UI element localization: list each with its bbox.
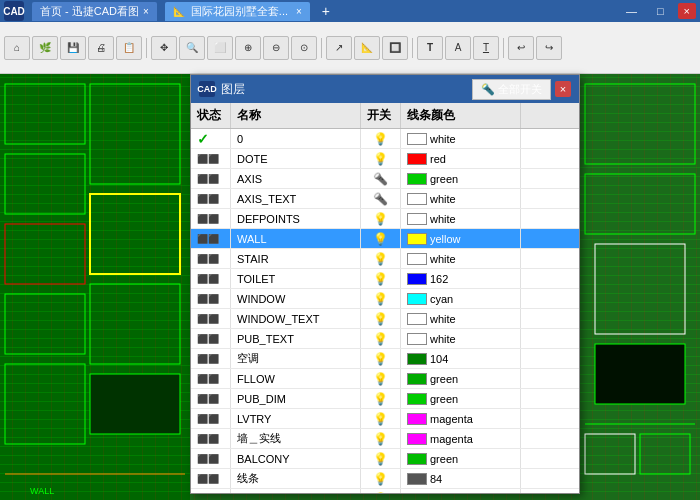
cell-onoff[interactable]: 💡 (361, 469, 401, 488)
new-tab-button[interactable]: + (318, 3, 334, 19)
color-swatch (407, 413, 427, 425)
cell-color[interactable]: green (401, 169, 521, 188)
color-name: magenta (430, 413, 473, 425)
btn-open[interactable]: 🌿 (32, 36, 58, 60)
cell-onoff[interactable]: 💡 (361, 209, 401, 228)
table-row[interactable]: ⬛⬛DOTE💡red (191, 149, 579, 169)
tab-drawing-close[interactable]: × (296, 6, 302, 17)
cell-onoff[interactable]: 🔦 (361, 189, 401, 208)
table-row[interactable]: ⬛⬛BALCONY💡green (191, 449, 579, 469)
cell-onoff[interactable]: 💡 (361, 369, 401, 388)
btn-select[interactable]: 🔲 (382, 36, 408, 60)
cell-color[interactable]: white (401, 129, 521, 148)
btn-zoom-in[interactable]: ⊕ (235, 36, 261, 60)
cell-color[interactable]: cyan (401, 289, 521, 308)
table-row[interactable]: ⬛⬛空调💡104 (191, 349, 579, 369)
cell-onoff[interactable]: 💡 (361, 489, 401, 493)
status-icon: ⬛⬛ (197, 174, 219, 184)
btn-save[interactable]: 💾 (60, 36, 86, 60)
color-swatch (407, 333, 427, 345)
cell-color[interactable]: white (401, 209, 521, 228)
table-row[interactable]: ⬛⬛TOILET💡162 (191, 269, 579, 289)
table-row[interactable]: ⬛⬛FURNITURE💡8 (191, 489, 579, 493)
cell-onoff[interactable]: 💡 (361, 249, 401, 268)
cell-color[interactable]: white (401, 249, 521, 268)
btn-print[interactable]: 🖨 (88, 36, 114, 60)
cell-name: DOTE (231, 149, 361, 168)
window-minimize[interactable]: — (620, 3, 643, 19)
tab-home[interactable]: 首页 - 迅捷CAD看图 × (32, 2, 157, 21)
cell-color[interactable]: magenta (401, 409, 521, 428)
cell-color[interactable]: 162 (401, 269, 521, 288)
btn-copy[interactable]: 📋 (116, 36, 142, 60)
dialog-title-left: CAD 图层 (199, 81, 245, 98)
table-row[interactable]: ⬛⬛PUB_TEXT💡white (191, 329, 579, 349)
cell-status: ⬛⬛ (191, 389, 231, 408)
bulb-icon: 💡 (373, 372, 388, 386)
window-maximize[interactable]: □ (651, 3, 670, 19)
btn-zoom-window[interactable]: 🔍 (179, 36, 205, 60)
cell-onoff[interactable]: 💡 (361, 449, 401, 468)
cell-color[interactable]: magenta (401, 429, 521, 448)
table-row[interactable]: ⬛⬛AXIS🔦green (191, 169, 579, 189)
cell-onoff[interactable]: 💡 (361, 349, 401, 368)
tab-home-close[interactable]: × (143, 6, 149, 17)
btn-zoom-out[interactable]: ⊖ (263, 36, 289, 60)
cell-onoff[interactable]: 💡 (361, 289, 401, 308)
cell-onoff[interactable]: 💡 (361, 329, 401, 348)
table-row[interactable]: ⬛⬛DEFPOINTS💡white (191, 209, 579, 229)
color-swatch (407, 393, 427, 405)
table-row[interactable]: ⬛⬛PUB_DIM💡green (191, 389, 579, 409)
table-row[interactable]: ⬛⬛WINDOW_TEXT💡white (191, 309, 579, 329)
btn-redo[interactable]: ↪ (536, 36, 562, 60)
cell-onoff[interactable]: 💡 (361, 389, 401, 408)
btn-pan[interactable]: ✥ (151, 36, 177, 60)
cell-color[interactable]: 104 (401, 349, 521, 368)
cell-onoff[interactable]: 💡 (361, 149, 401, 168)
window-close[interactable]: × (678, 3, 696, 19)
cell-onoff[interactable]: 💡 (361, 309, 401, 328)
cell-onoff[interactable]: 💡 (361, 129, 401, 148)
btn-rotate[interactable]: ↗ (326, 36, 352, 60)
table-row[interactable]: ✓0💡white (191, 129, 579, 149)
table-row[interactable]: ⬛⬛墙＿实线💡magenta (191, 429, 579, 449)
btn-measure[interactable]: 📐 (354, 36, 380, 60)
cell-onoff[interactable]: 💡 (361, 229, 401, 248)
cell-onoff[interactable]: 🔦 (361, 169, 401, 188)
cell-color[interactable]: 8 (401, 489, 521, 493)
cell-color[interactable]: red (401, 149, 521, 168)
cell-color[interactable]: green (401, 449, 521, 468)
all-on-off-button[interactable]: 🔦 全部开关 (472, 79, 551, 100)
cell-onoff[interactable]: 💡 (361, 429, 401, 448)
color-swatch (407, 253, 427, 265)
table-row[interactable]: ⬛⬛WINDOW💡cyan (191, 289, 579, 309)
btn-zoom-fit[interactable]: ⊙ (291, 36, 317, 60)
color-name: 84 (430, 473, 442, 485)
cell-color[interactable]: green (401, 389, 521, 408)
tab-drawing[interactable]: 📐 国际花园别墅全套... × (165, 2, 310, 21)
btn-text-style[interactable]: A (445, 36, 471, 60)
table-row[interactable]: ⬛⬛FLLOW💡green (191, 369, 579, 389)
table-row[interactable]: ⬛⬛WALL💡yellow (191, 229, 579, 249)
cell-onoff[interactable]: 💡 (361, 269, 401, 288)
btn-underline[interactable]: T (473, 36, 499, 60)
cell-color[interactable]: yellow (401, 229, 521, 248)
status-icon: ⬛⬛ (197, 214, 219, 224)
cell-color[interactable]: 84 (401, 469, 521, 488)
cell-color[interactable]: green (401, 369, 521, 388)
btn-zoom-select[interactable]: ⬜ (207, 36, 233, 60)
btn-undo[interactable]: ↩ (508, 36, 534, 60)
table-row[interactable]: ⬛⬛STAIR💡white (191, 249, 579, 269)
cell-color[interactable]: white (401, 189, 521, 208)
table-row[interactable]: ⬛⬛线条💡84 (191, 469, 579, 489)
dialog-close-button[interactable]: × (555, 81, 571, 97)
cell-onoff[interactable]: 💡 (361, 409, 401, 428)
bulb-icon: 💡 (373, 332, 388, 346)
cell-color[interactable]: white (401, 309, 521, 328)
status-icon: ⬛⬛ (197, 374, 219, 384)
btn-text[interactable]: T (417, 36, 443, 60)
table-row[interactable]: ⬛⬛AXIS_TEXT🔦white (191, 189, 579, 209)
cell-color[interactable]: white (401, 329, 521, 348)
table-row[interactable]: ⬛⬛LVTRY💡magenta (191, 409, 579, 429)
btn-home[interactable]: ⌂ (4, 36, 30, 60)
